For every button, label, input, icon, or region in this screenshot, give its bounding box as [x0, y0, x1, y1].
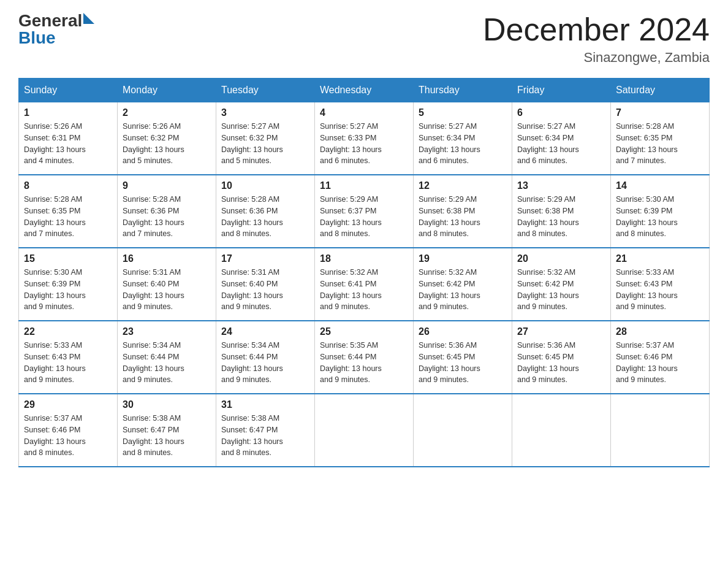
- day-cell: [414, 394, 512, 467]
- day-info: Sunrise: 5:28 AM Sunset: 6:36 PM Dayligh…: [221, 194, 309, 240]
- day-info: Sunrise: 5:32 AM Sunset: 6:42 PM Dayligh…: [419, 267, 507, 313]
- day-cell: 27Sunrise: 5:36 AM Sunset: 6:45 PM Dayli…: [512, 321, 611, 394]
- day-cell: [611, 394, 710, 467]
- day-cell: 1Sunrise: 5:26 AM Sunset: 6:31 PM Daylig…: [19, 102, 118, 175]
- day-number: 1: [24, 107, 112, 118]
- day-info: Sunrise: 5:31 AM Sunset: 6:40 PM Dayligh…: [221, 267, 309, 313]
- day-info: Sunrise: 5:34 AM Sunset: 6:44 PM Dayligh…: [221, 340, 309, 386]
- day-number: 8: [24, 180, 112, 191]
- day-cell: 18Sunrise: 5:32 AM Sunset: 6:41 PM Dayli…: [315, 248, 414, 321]
- day-cell: 24Sunrise: 5:34 AM Sunset: 6:44 PM Dayli…: [216, 321, 315, 394]
- header-cell-monday: Monday: [118, 79, 216, 102]
- header-cell-wednesday: Wednesday: [315, 79, 414, 102]
- day-info: Sunrise: 5:27 AM Sunset: 6:34 PM Dayligh…: [517, 121, 605, 167]
- day-info: Sunrise: 5:30 AM Sunset: 6:39 PM Dayligh…: [616, 194, 704, 240]
- day-number: 24: [221, 326, 309, 337]
- header-row: SundayMondayTuesdayWednesdayThursdayFrid…: [19, 79, 710, 102]
- month-title: December 2024: [483, 12, 710, 47]
- day-info: Sunrise: 5:27 AM Sunset: 6:34 PM Dayligh…: [419, 121, 507, 167]
- day-info: Sunrise: 5:34 AM Sunset: 6:44 PM Dayligh…: [123, 340, 211, 386]
- day-cell: 20Sunrise: 5:32 AM Sunset: 6:42 PM Dayli…: [512, 248, 611, 321]
- day-number: 15: [24, 253, 112, 264]
- calendar-table: SundayMondayTuesdayWednesdayThursdayFrid…: [18, 78, 710, 467]
- day-info: Sunrise: 5:33 AM Sunset: 6:43 PM Dayligh…: [24, 340, 112, 386]
- day-number: 10: [221, 180, 309, 191]
- day-cell: 6Sunrise: 5:27 AM Sunset: 6:34 PM Daylig…: [512, 102, 611, 175]
- day-number: 12: [419, 180, 507, 191]
- day-number: 4: [320, 107, 408, 118]
- day-cell: 7Sunrise: 5:28 AM Sunset: 6:35 PM Daylig…: [611, 102, 710, 175]
- day-number: 26: [419, 326, 507, 337]
- day-number: 29: [24, 399, 112, 410]
- day-cell: 4Sunrise: 5:27 AM Sunset: 6:33 PM Daylig…: [315, 102, 414, 175]
- day-info: Sunrise: 5:28 AM Sunset: 6:35 PM Dayligh…: [24, 194, 112, 240]
- week-row-4: 22Sunrise: 5:33 AM Sunset: 6:43 PM Dayli…: [19, 321, 710, 394]
- header-cell-sunday: Sunday: [19, 79, 118, 102]
- header-cell-saturday: Saturday: [611, 79, 710, 102]
- day-number: 23: [123, 326, 211, 337]
- day-number: 19: [419, 253, 507, 264]
- day-cell: [512, 394, 611, 467]
- day-info: Sunrise: 5:29 AM Sunset: 6:38 PM Dayligh…: [419, 194, 507, 240]
- day-number: 5: [419, 107, 507, 118]
- day-cell: 21Sunrise: 5:33 AM Sunset: 6:43 PM Dayli…: [611, 248, 710, 321]
- day-number: 28: [616, 326, 704, 337]
- location-subtitle: Sinazongwe, Zambia: [483, 50, 710, 66]
- day-cell: 31Sunrise: 5:38 AM Sunset: 6:47 PM Dayli…: [216, 394, 315, 467]
- header-cell-friday: Friday: [512, 79, 611, 102]
- day-info: Sunrise: 5:33 AM Sunset: 6:43 PM Dayligh…: [616, 267, 704, 313]
- day-number: 13: [517, 180, 605, 191]
- day-cell: 12Sunrise: 5:29 AM Sunset: 6:38 PM Dayli…: [414, 175, 512, 248]
- day-info: Sunrise: 5:31 AM Sunset: 6:40 PM Dayligh…: [123, 267, 211, 313]
- week-row-5: 29Sunrise: 5:37 AM Sunset: 6:46 PM Dayli…: [19, 394, 710, 467]
- day-info: Sunrise: 5:37 AM Sunset: 6:46 PM Dayligh…: [24, 413, 112, 459]
- day-info: Sunrise: 5:26 AM Sunset: 6:32 PM Dayligh…: [123, 121, 211, 167]
- day-cell: 17Sunrise: 5:31 AM Sunset: 6:40 PM Dayli…: [216, 248, 315, 321]
- logo-general-text: General: [18, 12, 82, 29]
- day-number: 22: [24, 326, 112, 337]
- day-cell: 23Sunrise: 5:34 AM Sunset: 6:44 PM Dayli…: [118, 321, 216, 394]
- day-info: Sunrise: 5:36 AM Sunset: 6:45 PM Dayligh…: [419, 340, 507, 386]
- calendar-body: 1Sunrise: 5:26 AM Sunset: 6:31 PM Daylig…: [19, 102, 710, 467]
- day-info: Sunrise: 5:29 AM Sunset: 6:38 PM Dayligh…: [517, 194, 605, 240]
- logo: General Blue: [18, 12, 94, 47]
- page-header: General Blue December 2024 Sinazongwe, Z…: [18, 12, 710, 66]
- title-section: December 2024 Sinazongwe, Zambia: [483, 12, 710, 66]
- day-cell: 29Sunrise: 5:37 AM Sunset: 6:46 PM Dayli…: [19, 394, 118, 467]
- logo-blue-text: Blue: [18, 29, 56, 47]
- day-cell: 25Sunrise: 5:35 AM Sunset: 6:44 PM Dayli…: [315, 321, 414, 394]
- day-info: Sunrise: 5:26 AM Sunset: 6:31 PM Dayligh…: [24, 121, 112, 167]
- header-cell-tuesday: Tuesday: [216, 79, 315, 102]
- day-number: 16: [123, 253, 211, 264]
- day-cell: 16Sunrise: 5:31 AM Sunset: 6:40 PM Dayli…: [118, 248, 216, 321]
- day-cell: 9Sunrise: 5:28 AM Sunset: 6:36 PM Daylig…: [118, 175, 216, 248]
- day-number: 3: [221, 107, 309, 118]
- day-number: 17: [221, 253, 309, 264]
- day-info: Sunrise: 5:28 AM Sunset: 6:36 PM Dayligh…: [123, 194, 211, 240]
- day-cell: 11Sunrise: 5:29 AM Sunset: 6:37 PM Dayli…: [315, 175, 414, 248]
- day-info: Sunrise: 5:35 AM Sunset: 6:44 PM Dayligh…: [320, 340, 408, 386]
- day-cell: [315, 394, 414, 467]
- day-number: 25: [320, 326, 408, 337]
- day-info: Sunrise: 5:38 AM Sunset: 6:47 PM Dayligh…: [123, 413, 211, 459]
- day-number: 2: [123, 107, 211, 118]
- day-number: 20: [517, 253, 605, 264]
- day-cell: 26Sunrise: 5:36 AM Sunset: 6:45 PM Dayli…: [414, 321, 512, 394]
- day-cell: 14Sunrise: 5:30 AM Sunset: 6:39 PM Dayli…: [611, 175, 710, 248]
- day-number: 30: [123, 399, 211, 410]
- day-cell: 15Sunrise: 5:30 AM Sunset: 6:39 PM Dayli…: [19, 248, 118, 321]
- day-number: 6: [517, 107, 605, 118]
- logo-triangle-icon: [83, 13, 94, 24]
- day-cell: 19Sunrise: 5:32 AM Sunset: 6:42 PM Dayli…: [414, 248, 512, 321]
- day-info: Sunrise: 5:37 AM Sunset: 6:46 PM Dayligh…: [616, 340, 704, 386]
- day-number: 7: [616, 107, 704, 118]
- day-info: Sunrise: 5:36 AM Sunset: 6:45 PM Dayligh…: [517, 340, 605, 386]
- day-info: Sunrise: 5:27 AM Sunset: 6:33 PM Dayligh…: [320, 121, 408, 167]
- day-info: Sunrise: 5:30 AM Sunset: 6:39 PM Dayligh…: [24, 267, 112, 313]
- day-info: Sunrise: 5:38 AM Sunset: 6:47 PM Dayligh…: [221, 413, 309, 459]
- day-info: Sunrise: 5:27 AM Sunset: 6:32 PM Dayligh…: [221, 121, 309, 167]
- day-cell: 30Sunrise: 5:38 AM Sunset: 6:47 PM Dayli…: [118, 394, 216, 467]
- day-number: 9: [123, 180, 211, 191]
- logo-icon: General Blue: [18, 12, 94, 47]
- day-cell: 3Sunrise: 5:27 AM Sunset: 6:32 PM Daylig…: [216, 102, 315, 175]
